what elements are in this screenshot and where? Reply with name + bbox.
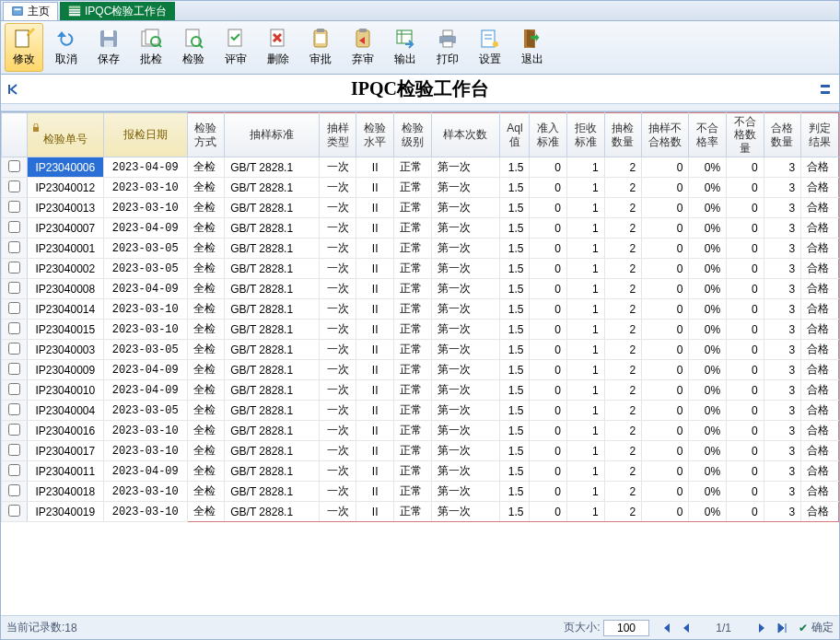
cell: 3 (764, 380, 801, 401)
cell: 0 (727, 340, 764, 360)
row-checkbox[interactable] (8, 221, 20, 233)
next-page-button[interactable] (753, 620, 770, 636)
row-checkbox[interactable] (8, 403, 20, 415)
col-3[interactable]: 抽样标准 (225, 113, 320, 157)
col-10[interactable]: 拒收标准 (567, 113, 605, 157)
row-checkbox[interactable] (8, 282, 20, 294)
col-7[interactable]: 样本次数 (431, 113, 500, 157)
grid-container[interactable]: 检验单号 报检日期 检验方式抽样标准抽样类型检验水平检验级别样本次数Aql值准入… (1, 111, 839, 615)
col-9[interactable]: 准入标准 (530, 113, 567, 157)
cell: GB/T 2828.1 (225, 380, 320, 401)
row-checkbox[interactable] (8, 343, 20, 355)
cell: 0 (727, 178, 764, 198)
settings-button[interactable]: 设置 (471, 23, 509, 72)
col-13[interactable]: 不合格率 (689, 113, 727, 157)
cell: 0% (689, 360, 727, 380)
row-checkbox[interactable] (8, 424, 20, 436)
pagesize-input[interactable] (603, 620, 649, 636)
cell: IP23040012 (27, 178, 103, 198)
table-row[interactable]: IP230400162023-03-10全检GB/T 2828.1一次II正常第… (2, 421, 839, 441)
tab-ipqc[interactable]: IPQC检验工作台 (60, 2, 175, 20)
review-button[interactable]: 评审 (216, 23, 255, 72)
col-14[interactable]: 不合格数量 (727, 113, 764, 157)
row-checkbox[interactable] (8, 322, 20, 334)
last-page-button[interactable] (774, 620, 790, 636)
table-row[interactable]: IP230400082023-04-09全检GB/T 2828.1一次II正常第… (2, 279, 839, 299)
modify-button[interactable]: 修改 (5, 23, 43, 72)
col-id[interactable]: 检验单号 (27, 113, 103, 157)
print-button[interactable]: 打印 (428, 23, 467, 72)
row-checkbox[interactable] (8, 363, 20, 375)
row-checkbox[interactable] (8, 302, 20, 314)
inspect-button[interactable]: 检验 (174, 23, 213, 72)
row-checkbox[interactable] (8, 505, 20, 517)
svg-rect-32 (443, 41, 452, 47)
col-11[interactable]: 抽检数量 (604, 113, 642, 157)
cell: 2 (604, 279, 642, 299)
row-checkbox[interactable] (8, 484, 20, 496)
cell: GB/T 2828.1 (225, 502, 320, 522)
save-button[interactable]: 保存 (89, 23, 128, 72)
table-row[interactable]: IP230400062023-04-09全检GB/T 2828.1一次II正常第… (2, 157, 839, 178)
table-row[interactable]: IP230400032023-03-05全检GB/T 2828.1一次II正常第… (2, 340, 839, 360)
col-12[interactable]: 抽样不合格数 (642, 113, 689, 157)
cell: 2023-04-09 (103, 461, 187, 482)
prev-page-button[interactable] (678, 620, 694, 636)
table-row[interactable]: IP230400022023-03-05全检GB/T 2828.1一次II正常第… (2, 259, 839, 279)
table-row[interactable]: IP230400102023-04-09全检GB/T 2828.1一次II正常第… (2, 380, 839, 401)
cell: II (356, 259, 394, 279)
row-checkbox[interactable] (8, 180, 20, 192)
cell: 0 (530, 441, 567, 461)
table-row[interactable]: IP230400142023-03-10全检GB/T 2828.1一次II正常第… (2, 299, 839, 320)
col-15[interactable]: 合格数量 (764, 113, 801, 157)
table-row[interactable]: IP230400172023-03-10全检GB/T 2828.1一次II正常第… (2, 441, 839, 461)
table-row[interactable]: IP230400092023-04-09全检GB/T 2828.1一次II正常第… (2, 360, 839, 380)
approve-button[interactable]: 审批 (301, 23, 340, 72)
col-16[interactable]: 判定结果 (801, 113, 839, 157)
delete-button[interactable]: 删除 (259, 23, 298, 72)
col-5[interactable]: 检验水平 (356, 113, 394, 157)
cancel-button[interactable]: 取消 (47, 23, 86, 72)
table-row[interactable]: IP230400132023-03-10全检GB/T 2828.1一次II正常第… (2, 198, 839, 218)
first-page-button[interactable] (658, 620, 674, 636)
cell: GB/T 2828.1 (225, 198, 320, 218)
col-6[interactable]: 检验级别 (393, 113, 431, 157)
svg-rect-10 (104, 41, 113, 47)
batch-button[interactable]: 批检 (132, 23, 170, 72)
row-checkbox[interactable] (8, 383, 20, 395)
cell: GB/T 2828.1 (225, 421, 320, 441)
export-button[interactable]: 输出 (386, 23, 425, 72)
table-row[interactable]: IP230400122023-03-10全检GB/T 2828.1一次II正常第… (2, 178, 839, 198)
table-row[interactable]: IP230400072023-04-09全检GB/T 2828.1一次II正常第… (2, 218, 839, 239)
confirm-button[interactable]: 确定 (811, 620, 834, 635)
table-row[interactable]: IP230400192023-03-10全检GB/T 2828.1一次II正常第… (2, 502, 839, 522)
col-2[interactable]: 检验方式 (187, 113, 225, 157)
col-checkbox[interactable] (2, 113, 28, 157)
cell: 2023-04-09 (103, 157, 187, 178)
table-row[interactable]: IP230400012023-03-05全检GB/T 2828.1一次II正常第… (2, 239, 839, 259)
discard-button[interactable]: 弃审 (344, 23, 382, 72)
cell: 0 (727, 198, 764, 218)
cell (2, 239, 28, 259)
col-8[interactable]: Aql值 (500, 113, 530, 157)
col-date[interactable]: 报检日期 (103, 113, 187, 157)
table-row[interactable]: IP230400182023-03-10全检GB/T 2828.1一次II正常第… (2, 482, 839, 502)
collapse-right-icon[interactable] (819, 82, 834, 97)
cell: 1.5 (500, 360, 530, 380)
table-row[interactable]: IP230400152023-03-10全检GB/T 2828.1一次II正常第… (2, 320, 839, 340)
row-checkbox[interactable] (8, 160, 20, 172)
table-row[interactable]: IP230400112023-04-09全检GB/T 2828.1一次II正常第… (2, 461, 839, 482)
collapse-left-icon[interactable] (6, 82, 21, 97)
cell: 全检 (187, 157, 225, 178)
row-checkbox[interactable] (8, 444, 20, 456)
cell: 0 (530, 482, 567, 502)
row-checkbox[interactable] (8, 262, 20, 273)
tab-home[interactable]: 主页 (3, 2, 58, 20)
row-checkbox[interactable] (8, 201, 20, 213)
col-4[interactable]: 抽样类型 (319, 113, 356, 157)
row-checkbox[interactable] (8, 241, 20, 253)
row-checkbox[interactable] (8, 464, 20, 476)
exit-button[interactable]: 退出 (513, 23, 552, 72)
cell: II (356, 340, 394, 360)
table-row[interactable]: IP230400042023-03-05全检GB/T 2828.1一次II正常第… (2, 401, 839, 421)
